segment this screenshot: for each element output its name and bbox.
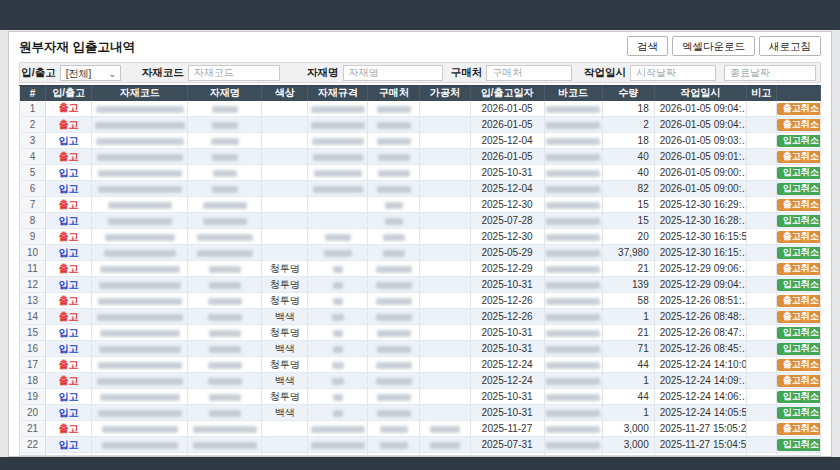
cancel-outbound-button[interactable]: 출고취소 — [777, 423, 821, 435]
redacted-text — [546, 202, 600, 209]
col-header-material-code: 자재코드 — [92, 86, 188, 101]
cancel-outbound-button[interactable]: 출고취소 — [777, 199, 821, 211]
material-spec-cell — [308, 453, 368, 457]
material-name-cell — [188, 309, 262, 325]
note-cell — [746, 421, 776, 437]
cancel-outbound-button[interactable]: 출고취소 — [777, 311, 821, 323]
cancel-outbound-button[interactable]: 출고취소 — [777, 375, 821, 387]
cancel-inbound-button[interactable]: 입고취소 — [777, 167, 821, 179]
redacted-text — [376, 298, 412, 305]
cancel-outbound-button[interactable]: 출고취소 — [777, 263, 821, 275]
cancel-outbound-button[interactable]: 출고취소 — [777, 359, 821, 371]
cancel-inbound-button[interactable]: 입고취소 — [777, 135, 821, 147]
row-index-cell: 5 — [20, 165, 46, 181]
table-row: 15입고청투명2025-10-31212025-12-26 08:47:…입고취… — [20, 325, 821, 341]
cancel-inbound-button[interactable]: 입고취소 — [777, 247, 821, 259]
redacted-text — [546, 218, 600, 225]
color-cell: 청투명 — [262, 357, 308, 373]
buyer-cell — [368, 181, 420, 197]
cancel-outbound-button[interactable]: 출고취소 — [777, 151, 821, 163]
redacted-text — [383, 250, 405, 257]
cancel-inbound-button[interactable]: 입고취소 — [777, 279, 821, 291]
quantity-cell: 3,000 — [602, 437, 654, 453]
start-date-input[interactable] — [630, 65, 716, 81]
cancel-inbound-button[interactable]: 입고취소 — [777, 215, 821, 227]
material-name-cell — [188, 165, 262, 181]
barcode-cell — [544, 357, 602, 373]
redacted-text — [193, 426, 257, 433]
inout-date-cell: 2025-05-29 — [470, 245, 544, 261]
cancel-outbound-button[interactable]: 출고취소 — [777, 119, 821, 131]
inout-date-cell: 2025-11-27 — [470, 453, 544, 457]
name-filter-input[interactable] — [343, 65, 443, 81]
material-spec-cell — [308, 309, 368, 325]
redacted-text — [209, 282, 241, 289]
inout-badge: 출고 — [59, 151, 79, 162]
redacted-text — [99, 282, 181, 289]
barcode-cell — [544, 133, 602, 149]
buyer-cell — [368, 277, 420, 293]
color-cell: 백색 — [262, 341, 308, 357]
cancel-outbound-button[interactable]: 출고취소 — [777, 295, 821, 307]
inout-badge: 입고 — [59, 167, 79, 178]
color-cell: 청투명 — [262, 277, 308, 293]
cancel-inbound-button[interactable]: 입고취소 — [777, 407, 821, 419]
color-cell: 백색 — [262, 405, 308, 421]
barcode-cell — [544, 309, 602, 325]
material-code-cell — [92, 309, 188, 325]
redacted-text — [313, 186, 363, 193]
buyer-filter-input[interactable] — [486, 65, 572, 81]
redacted-text — [314, 170, 362, 177]
search-button[interactable]: 검색 — [627, 36, 668, 56]
cancel-outbound-button[interactable]: 출고취소 — [777, 103, 821, 115]
end-date-input[interactable] — [724, 65, 816, 81]
inout-cell: 출고 — [46, 229, 92, 245]
note-cell — [746, 453, 776, 457]
redacted-text — [378, 170, 410, 177]
inout-cell: 입고 — [46, 213, 92, 229]
redacted-text — [546, 266, 600, 273]
row-index-cell: 20 — [20, 405, 46, 421]
processor-cell — [420, 117, 470, 133]
redacted-text — [311, 122, 365, 129]
code-filter-label: 자재코드 — [125, 66, 184, 80]
processor-cell — [420, 421, 470, 437]
inout-cell: 입고 — [46, 437, 92, 453]
cancel-inbound-button[interactable]: 입고취소 — [777, 391, 821, 403]
note-cell — [746, 357, 776, 373]
code-filter-input[interactable] — [188, 65, 280, 81]
redacted-text — [212, 186, 238, 193]
cancel-inbound-button[interactable]: 입고취소 — [777, 439, 821, 451]
inout-filter-select[interactable]: [전체] ⌄ — [60, 65, 121, 81]
redacted-text — [546, 282, 600, 289]
redacted-text — [197, 234, 253, 241]
inout-date-cell: 2025-12-24 — [470, 373, 544, 389]
table-row: 1출고2026-01-05182026-01-05 09:04:…출고취소 — [20, 101, 821, 117]
barcode-cell — [544, 405, 602, 421]
excel-download-button[interactable]: 엑셀다운로드 — [672, 36, 755, 56]
action-cell: 출고취소 — [776, 229, 820, 245]
redacted-text — [546, 170, 600, 177]
material-name-cell — [188, 325, 262, 341]
redacted-text — [376, 362, 412, 369]
table-row: 20입고백색2025-10-3112025-12-24 14:05:51입고취소 — [20, 405, 821, 421]
row-index-cell: 10 — [20, 245, 46, 261]
inout-badge: 입고 — [59, 343, 79, 354]
cancel-outbound-button[interactable]: 출고취소 — [777, 231, 821, 243]
redacted-text — [211, 138, 239, 145]
processor-cell — [420, 181, 470, 197]
cancel-outbound-button[interactable]: 출고취소 — [777, 455, 821, 456]
refresh-button[interactable]: 새로고침 — [759, 36, 821, 56]
buyer-cell — [368, 437, 420, 453]
col-header-worktime: 작업일시 — [654, 86, 746, 101]
cancel-inbound-button[interactable]: 입고취소 — [777, 183, 821, 195]
quantity-cell: 40 — [602, 149, 654, 165]
cancel-inbound-button[interactable]: 입고취소 — [777, 343, 821, 355]
redacted-text — [546, 410, 600, 417]
redacted-text — [376, 378, 412, 385]
action-cell: 출고취소 — [776, 261, 820, 277]
inout-badge: 출고 — [59, 311, 79, 322]
cancel-inbound-button[interactable]: 입고취소 — [777, 327, 821, 339]
material-code-cell — [92, 405, 188, 421]
redacted-text — [203, 218, 247, 225]
